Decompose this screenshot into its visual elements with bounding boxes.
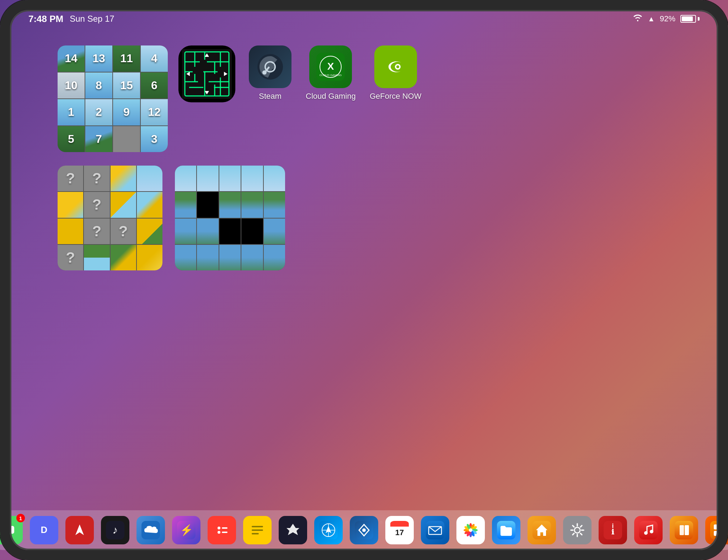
puzzle-cell-5[interactable]: 5 bbox=[58, 126, 85, 152]
svg-point-98 bbox=[650, 530, 653, 533]
geforce-now-app[interactable]: GeForce NOW bbox=[370, 45, 421, 101]
dock-info[interactable]: i ℹ bbox=[599, 516, 627, 544]
puzzle-cell-3[interactable]: 3 bbox=[141, 126, 168, 152]
sunflower-cell-4[interactable] bbox=[137, 166, 162, 191]
dock-files[interactable] bbox=[492, 516, 520, 544]
sunflower-cell-2[interactable]: ? bbox=[84, 166, 109, 191]
dock-mail[interactable] bbox=[421, 516, 449, 544]
landscape-cell-11[interactable] bbox=[175, 219, 196, 244]
sunflower-cell-14[interactable] bbox=[84, 245, 109, 270]
sunflower-cell-1[interactable]: ? bbox=[58, 166, 83, 191]
steam-app[interactable]: Steam bbox=[249, 45, 291, 101]
dock-photos[interactable] bbox=[456, 516, 485, 544]
cloud-gaming-icon[interactable]: X CLOUD GAMING bbox=[309, 45, 352, 88]
puzzle-sunflower-widget[interactable]: ? ? ? ? ? ? bbox=[58, 166, 162, 270]
landscape-cell-20[interactable] bbox=[264, 245, 285, 270]
dock-testflight[interactable] bbox=[350, 516, 378, 544]
dock-reminders[interactable] bbox=[208, 516, 236, 544]
landscape-cell-6[interactable] bbox=[175, 192, 196, 217]
landscape-cell-16[interactable] bbox=[175, 245, 196, 270]
puzzle-cell-14[interactable]: 14 bbox=[58, 45, 85, 72]
sunflower-cell-9[interactable] bbox=[58, 219, 83, 244]
puzzle-cell-13[interactable]: 13 bbox=[85, 45, 112, 72]
landscape-cell-3[interactable] bbox=[219, 166, 241, 191]
landscape-cell-7[interactable] bbox=[197, 192, 218, 217]
notes-icon bbox=[248, 521, 267, 539]
puzzle-landscape-widget[interactable] bbox=[175, 166, 285, 270]
xbox-logo: X CLOUD GAMING bbox=[316, 53, 345, 81]
dock-safari[interactable] bbox=[314, 516, 343, 544]
landscape-cell-18[interactable] bbox=[219, 245, 241, 270]
dock-settings[interactable] bbox=[563, 516, 592, 544]
dock-icloud[interactable] bbox=[136, 516, 165, 544]
landscape-cell-13[interactable] bbox=[219, 219, 241, 244]
landscape-cell-8[interactable] bbox=[219, 192, 241, 217]
maze-app-icon[interactable] bbox=[178, 45, 235, 102]
sunflower-cell-12[interactable] bbox=[137, 219, 162, 244]
maze-svg bbox=[182, 49, 232, 99]
sunflower-cell-11[interactable]: ? bbox=[111, 219, 136, 244]
dock-reeder[interactable] bbox=[65, 516, 94, 544]
sunflower-cell-6[interactable]: ? bbox=[84, 192, 109, 217]
puzzle-cell-12[interactable]: 12 bbox=[141, 99, 168, 125]
nvidia-logo bbox=[381, 53, 410, 81]
sunflower-cell-10[interactable]: ? bbox=[84, 219, 109, 244]
cloud-gaming-label: Cloud Gaming bbox=[306, 92, 356, 101]
svg-rect-48 bbox=[252, 526, 263, 527]
dock-discord[interactable]: D bbox=[30, 516, 58, 544]
dock-books[interactable] bbox=[670, 516, 698, 544]
sunflower-cell-15[interactable] bbox=[111, 245, 136, 270]
icloud-icon bbox=[141, 521, 160, 539]
dock-home[interactable] bbox=[528, 516, 556, 544]
landscape-cell-19[interactable] bbox=[241, 245, 263, 270]
landscape-cell-17[interactable] bbox=[197, 245, 218, 270]
puzzle-cell-empty[interactable] bbox=[113, 126, 140, 152]
dock-widgetkit[interactable] bbox=[705, 516, 728, 544]
landscape-cell-9[interactable] bbox=[241, 192, 263, 217]
sunflower-cell-16[interactable] bbox=[137, 245, 162, 270]
sunflower-cell-5[interactable] bbox=[58, 192, 83, 217]
landscape-cell-10[interactable] bbox=[264, 192, 285, 217]
mail-icon bbox=[426, 521, 444, 539]
landscape-cell-5[interactable] bbox=[264, 166, 285, 191]
puzzle-cell-2[interactable]: 2 bbox=[85, 99, 112, 125]
landscape-cell-15[interactable] bbox=[264, 219, 285, 244]
puzzle-numbered-widget[interactable]: 14 13 11 4 10 8 15 6 1 2 9 12 5 7 3 bbox=[58, 45, 168, 152]
landscape-cell-12[interactable] bbox=[197, 219, 218, 244]
puzzle-cell-11[interactable]: 11 bbox=[113, 45, 140, 72]
landscape-cell-14[interactable] bbox=[241, 219, 263, 244]
puzzle-cell-1[interactable]: 1 bbox=[58, 99, 85, 125]
dock-messages[interactable]: 1 bbox=[0, 516, 23, 544]
puzzle-cell-10[interactable]: 10 bbox=[58, 72, 85, 99]
landscape-cell-1[interactable] bbox=[175, 166, 196, 191]
sunflower-cell-8[interactable] bbox=[137, 192, 162, 217]
craft-icon bbox=[284, 521, 302, 539]
home-icon bbox=[532, 521, 551, 539]
geforce-icon[interactable] bbox=[374, 45, 417, 88]
dock-shortcuts[interactable]: ⚡ bbox=[172, 516, 200, 544]
puzzle-cell-8[interactable]: 8 bbox=[85, 72, 112, 99]
steam-icon[interactable] bbox=[249, 45, 291, 88]
settings-icon bbox=[568, 521, 587, 539]
puzzle-cell-7[interactable]: 7 bbox=[85, 126, 112, 152]
dock-craft[interactable] bbox=[279, 516, 307, 544]
svg-rect-46 bbox=[222, 532, 228, 533]
puzzle-cell-15[interactable]: 15 bbox=[113, 72, 140, 99]
dock-capo[interactable]: ♪ bbox=[101, 516, 129, 544]
sunflower-cell-3[interactable] bbox=[111, 166, 136, 191]
signal-icon: ▲ bbox=[648, 15, 655, 23]
sunflower-cell-7[interactable] bbox=[111, 192, 136, 217]
landscape-cell-2[interactable] bbox=[197, 166, 218, 191]
cloud-gaming-app[interactable]: X CLOUD GAMING Cloud Gaming bbox=[306, 45, 356, 101]
status-date: Sun Sep 17 bbox=[70, 14, 114, 24]
puzzle-cell-4[interactable]: 4 bbox=[141, 45, 168, 72]
sunflower-cell-13[interactable]: ? bbox=[58, 245, 83, 270]
dock-calendar[interactable]: 17 bbox=[385, 516, 414, 544]
puzzle-cell-6[interactable]: 6 bbox=[141, 72, 168, 99]
svg-rect-96 bbox=[639, 521, 658, 539]
puzzle-cell-9[interactable]: 9 bbox=[113, 99, 140, 125]
dock-music[interactable] bbox=[634, 516, 663, 544]
landscape-cell-4[interactable] bbox=[241, 166, 263, 191]
svg-rect-100 bbox=[680, 525, 684, 535]
dock-notes[interactable] bbox=[243, 516, 272, 544]
